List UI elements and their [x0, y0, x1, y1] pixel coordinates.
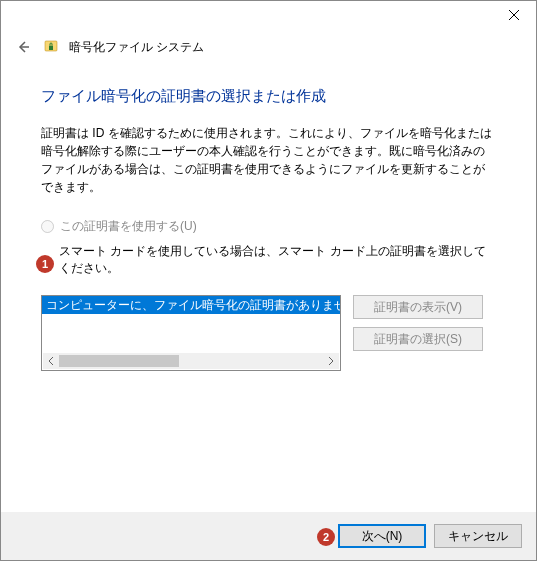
- wizard-footer: 次へ(N) キャンセル: [1, 512, 536, 560]
- smartcard-note: スマート カードを使用している場合は、スマート カード上の証明書を選択してくださ…: [59, 243, 496, 277]
- content-area: ファイル暗号化の証明書の選択または作成 証明書は ID を確認するために使用され…: [1, 87, 536, 371]
- scroll-track[interactable]: [59, 353, 323, 369]
- svg-rect-4: [49, 46, 53, 50]
- page-heading: ファイル暗号化の証明書の選択または作成: [41, 87, 496, 106]
- use-cert-radio[interactable]: [41, 220, 54, 233]
- efs-icon: [43, 39, 59, 55]
- window-title: 暗号化ファイル システム: [69, 39, 204, 56]
- back-arrow-icon: [15, 39, 31, 55]
- back-button[interactable]: [13, 37, 33, 57]
- titlebar: [1, 1, 536, 31]
- use-cert-radio-row: この証明書を使用する(U): [41, 218, 496, 235]
- annotation-badge-1: 1: [36, 255, 54, 273]
- scroll-right-arrow[interactable]: [323, 353, 339, 369]
- close-icon: [509, 10, 519, 20]
- cert-listbox-wrap: コンピューターに、ファイル暗号化の証明書がありません。ファイルを: [41, 295, 341, 371]
- cert-list-item[interactable]: コンピューターに、ファイル暗号化の証明書がありません。ファイルを: [42, 296, 340, 314]
- view-cert-button[interactable]: 証明書の表示(V): [353, 295, 483, 319]
- next-button[interactable]: 次へ(N): [338, 524, 426, 548]
- cert-listbox[interactable]: コンピューターに、ファイル暗号化の証明書がありません。ファイルを: [41, 295, 341, 371]
- chevron-right-icon: [328, 357, 334, 365]
- cert-area: コンピューターに、ファイル暗号化の証明書がありません。ファイルを 証明書の表示(…: [41, 295, 496, 371]
- close-button[interactable]: [491, 1, 536, 29]
- scroll-thumb[interactable]: [59, 355, 179, 367]
- cert-side-buttons: 証明書の表示(V) 証明書の選択(S): [353, 295, 483, 351]
- annotation-badge-2: 2: [317, 528, 335, 546]
- cancel-button[interactable]: キャンセル: [434, 524, 522, 548]
- horizontal-scrollbar[interactable]: [43, 353, 339, 369]
- wizard-header: 暗号化ファイル システム: [1, 31, 536, 71]
- use-cert-label: この証明書を使用する(U): [60, 218, 197, 235]
- select-cert-button[interactable]: 証明書の選択(S): [353, 327, 483, 351]
- chevron-left-icon: [48, 357, 54, 365]
- page-description: 証明書は ID を確認するために使用されます。これにより、ファイルを暗号化または…: [41, 124, 496, 196]
- scroll-left-arrow[interactable]: [43, 353, 59, 369]
